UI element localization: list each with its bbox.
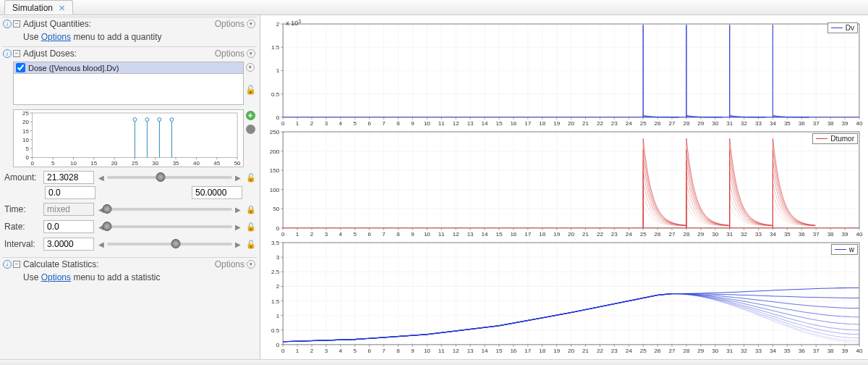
legend-label: w [849,246,854,253]
amount-field[interactable] [43,171,94,184]
step-left-icon[interactable]: ◀ [97,240,106,248]
section-header-quantities: i − Adjust Quantities: Options ▾ [3,17,257,30]
step-right-icon[interactable]: ▶ [234,174,242,182]
dose-list[interactable]: Dose ([Venous blood].Dv) [13,62,244,105]
svg-text:31: 31 [726,120,733,127]
options-link[interactable]: Options [41,272,71,282]
options-menu-quantities[interactable]: Options ▾ [215,19,255,29]
step-right-icon[interactable]: ▶ [234,240,242,248]
step-left-icon[interactable]: ◀ [97,174,106,182]
dose-label: Dose ([Venous blood].Dv) [28,64,119,72]
collapse-icon[interactable]: − [13,261,20,268]
step-right-icon[interactable]: ▶ [234,206,242,214]
lock-icon[interactable]: 🔓 [245,173,257,182]
step-right-icon[interactable]: ▶ [234,223,242,231]
param-label: Interval: [3,239,43,249]
svg-text:21: 21 [582,231,589,238]
svg-text:39: 39 [842,231,848,238]
dose-list-row: Dose ([Venous blood].Dv) ▾ 🔓 [3,62,257,105]
svg-text:30: 30 [712,348,718,354]
slider-thumb[interactable] [103,204,112,214]
main: i − Adjust Quantities: Options ▾ Use Opt… [0,15,868,359]
amount-slider[interactable] [107,176,232,179]
svg-text:2: 2 [310,348,314,354]
svg-text:18: 18 [539,348,545,354]
svg-text:20: 20 [568,348,574,354]
svg-text:50: 50 [273,206,279,213]
chevron-down-icon: ▾ [247,260,255,269]
svg-text:29: 29 [697,348,704,354]
svg-text:29: 29 [697,120,704,127]
time-slider[interactable] [107,208,232,211]
svg-text:250: 250 [270,129,280,135]
svg-text:40: 40 [856,120,862,127]
dose-item[interactable]: Dose ([Venous blood].Dv) [14,62,243,74]
lock-icon[interactable]: 🔓 [245,222,257,232]
add-icon[interactable]: + [246,111,255,120]
svg-text:35: 35 [173,161,179,167]
legend-swatch [816,138,827,139]
svg-text:38: 38 [827,120,834,127]
svg-text:17: 17 [524,231,531,238]
legend-dtumor: Dtumor [812,133,858,144]
svg-text:22: 22 [597,231,603,238]
svg-text:1: 1 [296,231,299,238]
svg-text:36: 36 [799,231,805,238]
svg-text:15: 15 [495,120,502,127]
close-icon[interactable]: ✕ [59,4,65,13]
svg-text:25: 25 [22,110,29,117]
amount-max-field[interactable] [192,186,242,199]
svg-text:12: 12 [453,231,459,238]
lock-icon[interactable]: 🔓 [245,240,257,249]
collapse-icon[interactable]: − [13,20,20,28]
svg-text:15: 15 [22,128,29,135]
amount-min-field[interactable] [45,186,95,199]
svg-text:15: 15 [495,231,502,238]
svg-text:30: 30 [712,120,718,127]
collapse-icon[interactable]: − [13,50,20,57]
chevron-down-icon: ▾ [247,49,255,58]
options-menu-stats[interactable]: Options ▾ [215,259,255,269]
slider-thumb[interactable] [156,172,166,182]
svg-text:27: 27 [669,120,676,127]
rate-slider[interactable] [107,225,232,228]
param-row-interval: Interval: ◀ ▶ 🔓 [3,237,257,251]
svg-text:38: 38 [827,231,834,238]
svg-text:3: 3 [325,231,328,238]
chart-dtumor: 0123456789101112131415161718192021222324… [264,129,864,238]
svg-text:16: 16 [510,120,516,127]
svg-text:36: 36 [799,120,805,127]
svg-text:10: 10 [424,231,430,238]
svg-text:19: 19 [553,120,560,127]
rate-field[interactable] [43,220,94,233]
options-menu-doses[interactable]: Options ▾ [215,49,255,59]
interval-field[interactable] [43,238,94,251]
param-label: Time: [3,204,43,214]
lock-icon[interactable]: 🔒 [245,205,257,214]
slider-thumb[interactable] [171,239,181,248]
info-icon[interactable]: i [3,260,12,269]
svg-point-38 [145,118,149,122]
svg-text:11: 11 [438,231,445,238]
chart-dtumor-svg: 0123456789101112131415161718192021222324… [264,129,864,238]
info-icon[interactable]: i [3,20,12,28]
svg-text:26: 26 [655,231,661,238]
options-link[interactable]: Options [41,32,71,42]
svg-text:19: 19 [553,231,560,238]
svg-text:22: 22 [597,120,603,127]
tab-simulation[interactable]: Simulation ✕ [4,0,73,14]
svg-text:1: 1 [296,348,299,354]
svg-text:8: 8 [396,231,400,238]
info-icon[interactable]: i [3,49,12,58]
svg-point-42 [170,118,174,122]
svg-text:17: 17 [524,120,531,127]
param-label: Amount: [3,172,43,182]
svg-text:15: 15 [495,348,502,354]
dose-checkbox[interactable] [16,63,25,72]
chevron-down-icon[interactable]: ▾ [246,63,255,72]
svg-text:7: 7 [382,231,386,238]
lock-icon[interactable]: 🔓 [245,85,256,95]
slider-thumb[interactable] [103,222,112,231]
interval-slider[interactable] [107,243,232,246]
svg-text:30: 30 [712,231,718,238]
